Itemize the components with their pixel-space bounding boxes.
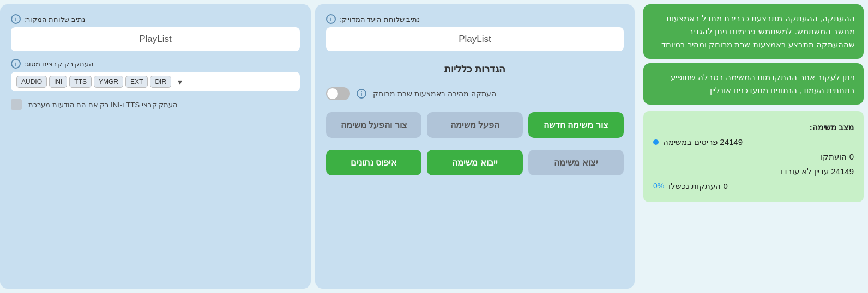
create-and-activate-button[interactable]: צור והפעל משימה (326, 112, 421, 138)
buttons-row-1: צור משימה חדשה הפעל משימה צור והפעל משימ… (326, 112, 624, 138)
chat-bubble-1: ההעתקה, ההעתקה מתבצעת כברירת מחדל באמצעו… (643, 4, 864, 59)
tags-dropdown-icon[interactable]: ▾ (173, 75, 186, 88)
src-field-section: נתיב שלוחת המקור: i (11, 14, 300, 51)
filter-info-icon[interactable]: i (11, 59, 21, 69)
dest-field-label: נתיב שלוחת היעד המדוייק: i (326, 14, 624, 24)
center-panel: נתיב שלוחת היעד המדוייק: i הגדרות כלליות… (315, 4, 635, 289)
tags-row: ▾ DIR EXT YMGR TTS INI AUDIO (11, 72, 300, 91)
src-field-label: נתיב שלוחת המקור: i (11, 14, 300, 24)
status-box: מצב משימה: 24149 פריטים במשימה 0 הועתקו … (643, 111, 864, 202)
status-title: מצב משימה: (653, 120, 854, 135)
export-task-button[interactable]: יצוא משימה (528, 150, 624, 175)
toggle-row: העתקה מהירה באמצעות שרת מרוחק i (326, 87, 624, 100)
reset-data-button[interactable]: איפוס נתונים (326, 150, 421, 175)
status-row-3: 24149 עדיין לא עובדו (653, 164, 854, 179)
create-new-task-button[interactable]: צור משימה חדשה (528, 112, 624, 138)
chat-bubble-2: ניתן לעקוב אחר ההתקדמות המשימה בטבלה שתו… (643, 63, 864, 105)
tts-checkbox[interactable] (11, 99, 22, 110)
status-row-1: 24149 פריטים במשימה (653, 135, 854, 149)
status-row-2: 0 הועתקו (653, 149, 854, 164)
right-panel: נתיב שלוחת המקור: i העתק רק קבצים מסוג: … (0, 4, 311, 289)
import-task-button[interactable]: ייבוא משימה (427, 150, 522, 175)
src-info-icon[interactable]: i (11, 14, 21, 24)
status-dot (653, 139, 659, 145)
left-panel: ההעתקה, ההעתקה מתבצעת כברירת מחדל באמצעו… (639, 0, 868, 293)
activate-task-button[interactable]: הפעל משימה (427, 112, 522, 138)
dest-info-icon[interactable]: i (326, 14, 336, 24)
main-content: נתיב שלוחת היעד המדוייק: i הגדרות כלליות… (0, 0, 639, 293)
filter-section: העתק רק קבצים מסוג: i ▾ DIR EXT YMGR TTS… (11, 59, 300, 91)
status-row-4: 0 העתקות נכשלו 0% (653, 179, 854, 193)
tag-audio[interactable]: AUDIO (16, 76, 47, 88)
tag-tts[interactable]: TTS (69, 76, 92, 88)
tag-dir[interactable]: DIR (150, 76, 171, 88)
remote-copy-toggle[interactable] (326, 87, 350, 100)
tag-ymgr[interactable]: YMGR (94, 76, 123, 88)
tts-checkbox-row: העתק קבצי TTS ו-INI רק אם הם הודעות מערכ… (11, 99, 300, 110)
dest-path-input[interactable] (326, 27, 624, 51)
tts-checkbox-label: העתק קבצי TTS ו-INI רק אם הם הודעות מערכ… (28, 101, 178, 109)
tag-ini[interactable]: INI (49, 76, 67, 88)
buttons-row-2: יצוא משימה ייבוא משימה איפוס נתונים (326, 150, 624, 175)
dest-field-section: נתיב שלוחת היעד המדוייק: i (326, 14, 624, 51)
tag-ext[interactable]: EXT (125, 76, 148, 88)
src-path-input[interactable] (11, 27, 300, 51)
section-title: הגדרות כלליות (326, 59, 624, 80)
toggle-label: העתקה מהירה באמצעות שרת מרוחק (373, 89, 496, 98)
filter-label: העתק רק קבצים מסוג: i (11, 59, 300, 69)
toggle-info-icon[interactable]: i (357, 89, 366, 99)
